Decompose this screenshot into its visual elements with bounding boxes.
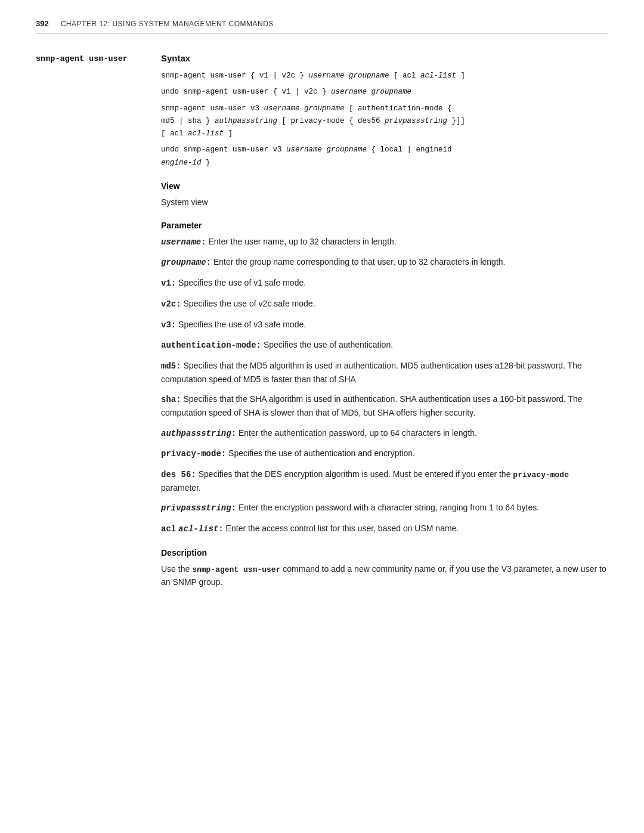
syntax-section: Syntax snmp-agent usm-user { v1 | v2c } … <box>161 52 608 169</box>
param-v2c: v2c: Specifies the use of v2c safe mode. <box>161 298 608 311</box>
syntax-block: snmp-agent usm-user { v1 | v2c } usernam… <box>161 70 608 169</box>
param-v1: v1: Specifies the use of v1 safe mode. <box>161 277 608 290</box>
command-name: snmp-agent usm-user <box>36 53 128 63</box>
param-authentication-mode: authentication-mode: Specifies the use o… <box>161 339 608 352</box>
view-content: System view <box>161 196 608 209</box>
param-md5: md5: Specifies that the MD5 algorithm is… <box>161 360 608 386</box>
param-authpassstring: authpassstring: Enter the authentication… <box>161 427 608 441</box>
syntax-line-1: snmp-agent usm-user { v1 | v2c } usernam… <box>161 70 608 82</box>
param-sha: sha: Specifies that the SHA algorithm is… <box>161 393 608 419</box>
description-section: Description Use the snmp-agent usm-user … <box>161 547 608 589</box>
param-acl: acl acl-list: Enter the access control l… <box>161 522 608 536</box>
parameter-heading: Parameter <box>161 219 608 232</box>
chapter-title: Chapter 12: Using System Management Comm… <box>61 18 274 29</box>
description-heading: Description <box>161 547 608 559</box>
page-number: 392 <box>36 18 49 30</box>
syntax-line-2: undo snmp-agent usm-user { v1 | v2c } us… <box>161 86 608 98</box>
param-des56: des 56: Specifies that the DES encryptio… <box>161 468 608 494</box>
param-username: username: Enter the user name, up to 32 … <box>161 236 608 249</box>
param-groupname: groupname: Enter the group name correspo… <box>161 256 608 270</box>
view-heading: View <box>161 180 608 193</box>
param-v3: v3: Specifies the use of v3 safe mode. <box>161 318 608 332</box>
description-text: Use the snmp-agent usm-user command to a… <box>161 563 608 589</box>
right-column: Syntax snmp-agent usm-user { v1 | v2c } … <box>155 52 608 589</box>
param-privacy-mode: privacy-mode: Specifies the use of authe… <box>161 447 608 461</box>
view-section: View System view <box>161 180 608 209</box>
syntax-line-3: snmp-agent usm-user v3 username groupnam… <box>161 103 608 141</box>
page-header: 392 Chapter 12: Using System Management … <box>36 18 608 34</box>
syntax-line-4: undo snmp-agent usm-user v3 username gro… <box>161 144 608 169</box>
param-privpassstring: privpassstring: Enter the encryption pas… <box>161 501 608 515</box>
main-content: snmp-agent usm-user Syntax snmp-agent us… <box>36 52 608 589</box>
command-name-col: snmp-agent usm-user <box>36 52 155 589</box>
syntax-heading: Syntax <box>161 52 608 66</box>
parameter-section: Parameter username: Enter the user name,… <box>161 219 608 536</box>
